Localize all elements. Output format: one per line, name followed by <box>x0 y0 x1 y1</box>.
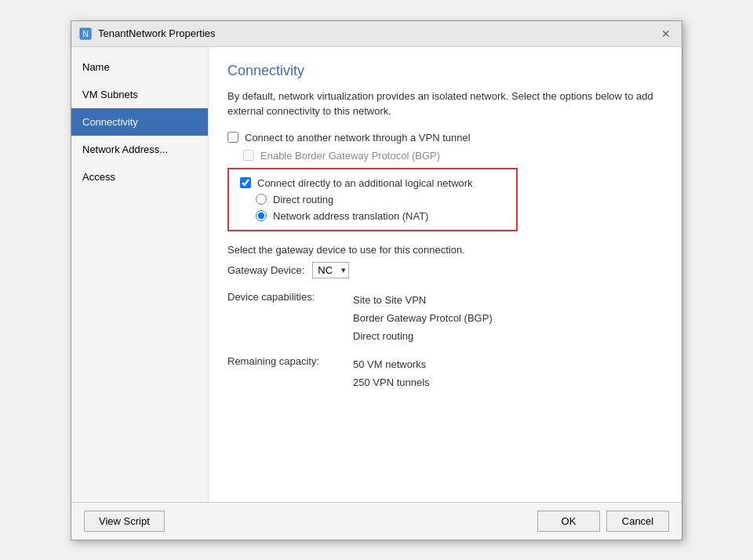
properties-dialog: N TenantNetwork Properties ✕ Name VM Sub… <box>71 20 682 540</box>
direct-routing-radio[interactable] <box>256 194 267 205</box>
gateway-section-label: Select the gateway device to use for thi… <box>227 244 663 256</box>
cap-value-3: Direct routing <box>353 327 493 345</box>
capabilities-label: Device capabilities: <box>227 291 353 346</box>
bgp-checkbox[interactable] <box>243 150 254 161</box>
page-description: By default, network virtualization provi… <box>227 89 663 119</box>
ok-button[interactable]: OK <box>537 511 600 532</box>
dialog-footer: View Script OK Cancel <box>71 502 682 540</box>
logical-network-row: Connect directly to an additional logica… <box>240 177 505 189</box>
nat-radio[interactable] <box>256 210 267 221</box>
dialog-body: Name VM Subnets Connectivity Network Add… <box>71 47 682 502</box>
nat-row: Network address translation (NAT) <box>256 210 505 222</box>
cancel-button[interactable]: Cancel <box>606 511 669 532</box>
sidebar-item-vm-subnets[interactable]: VM Subnets <box>71 81 208 108</box>
vpn-tunnel-label[interactable]: Connect to another network through a VPN… <box>245 132 471 144</box>
sidebar: Name VM Subnets Connectivity Network Add… <box>71 47 209 502</box>
logical-network-checkbox[interactable] <box>240 177 251 188</box>
sidebar-item-access[interactable]: Access <box>71 163 208 191</box>
logical-network-label[interactable]: Connect directly to an additional logica… <box>257 177 473 189</box>
remaining-value-2: 250 VPN tunnels <box>353 373 430 391</box>
svg-text:N: N <box>82 30 88 38</box>
remaining-capacity-section: Remaining capacity: 50 VM networks 250 V… <box>227 355 663 392</box>
footer-right-buttons: OK Cancel <box>537 511 669 532</box>
logical-network-box: Connect directly to an additional logica… <box>227 168 518 231</box>
page-title: Connectivity <box>227 63 663 79</box>
dialog-icon: N <box>79 27 92 40</box>
gateway-row: Gateway Device: NC <box>227 262 663 278</box>
close-button[interactable]: ✕ <box>658 26 674 42</box>
sidebar-item-connectivity[interactable]: Connectivity <box>71 108 208 136</box>
vpn-tunnel-row: Connect to another network through a VPN… <box>227 132 663 144</box>
sidebar-item-network-address[interactable]: Network Address... <box>71 136 208 163</box>
gateway-select-wrapper: NC <box>312 262 349 278</box>
gateway-device-label: Gateway Device: <box>227 264 304 276</box>
capabilities-section: Device capabilities: Site to Site VPN Bo… <box>227 291 663 346</box>
vpn-tunnel-checkbox[interactable] <box>227 132 238 143</box>
capabilities-values: Site to Site VPN Border Gateway Protcol … <box>353 291 493 346</box>
view-script-button[interactable]: View Script <box>84 511 165 532</box>
title-bar: N TenantNetwork Properties ✕ <box>71 21 682 47</box>
cap-value-2: Border Gateway Protcol (BGP) <box>353 309 493 327</box>
title-bar-left: N TenantNetwork Properties <box>79 27 216 40</box>
sidebar-item-name[interactable]: Name <box>71 53 208 81</box>
nat-label[interactable]: Network address translation (NAT) <box>273 210 428 222</box>
bgp-row: Enable Border Gateway Protocol (BGP) <box>243 150 663 162</box>
remaining-value-1: 50 VM networks <box>353 355 430 373</box>
direct-routing-row: Direct routing <box>256 194 505 205</box>
direct-routing-label[interactable]: Direct routing <box>273 194 333 205</box>
main-content: Connectivity By default, network virtual… <box>209 47 682 502</box>
cap-value-1: Site to Site VPN <box>353 291 493 309</box>
remaining-label: Remaining capacity: <box>227 355 353 392</box>
gateway-select[interactable]: NC <box>312 262 349 278</box>
remaining-values: 50 VM networks 250 VPN tunnels <box>353 355 430 392</box>
dialog-title: TenantNetwork Properties <box>98 27 216 39</box>
bgp-label[interactable]: Enable Border Gateway Protocol (BGP) <box>260 150 440 162</box>
